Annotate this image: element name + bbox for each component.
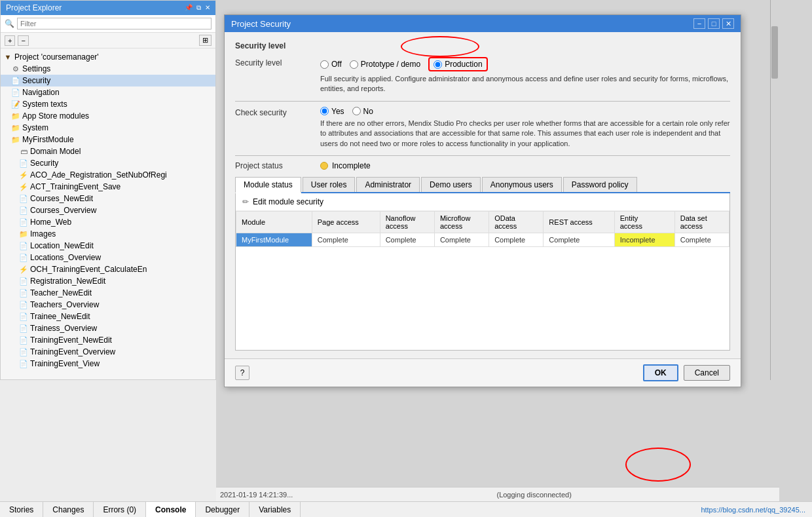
- module-tab-demo-users[interactable]: Demo users: [421, 177, 481, 192]
- bottom-tab-variables[interactable]: Variables: [249, 502, 301, 517]
- check-security-label: Check security: [235, 107, 320, 117]
- registration-newedit-label: Registration_NewEdit: [30, 277, 105, 286]
- tree-item-mod-security[interactable]: 📄Security: [1, 157, 215, 169]
- tree-item-app-store[interactable]: 📁App Store modules: [1, 110, 215, 122]
- module-tab-administrator[interactable]: Administrator: [356, 177, 420, 192]
- tree-item-act-training[interactable]: ⚡ACT_TrainingEvent_Save: [1, 181, 215, 193]
- radio-off[interactable]: Off: [320, 60, 342, 69]
- table-cell-7: Complete: [674, 233, 729, 246]
- settings-icon: ⚙: [11, 65, 20, 73]
- tree-item-domain-model[interactable]: 🗃Domain Model: [1, 145, 215, 157]
- tree-item-images[interactable]: 📁Images: [1, 228, 215, 240]
- dialog-title: Project Security: [231, 19, 291, 29]
- module-tab-user-roles[interactable]: User roles: [303, 177, 356, 192]
- bottom-tab-errors[interactable]: Errors (0): [94, 502, 146, 517]
- production-description: Full security is applied. Configure admi…: [320, 74, 730, 94]
- settings-label: Settings: [22, 64, 50, 73]
- status-dot: [320, 162, 328, 170]
- explorer-title: Project Explorer: [6, 3, 62, 12]
- check-security-row: Check security Yes No If there are no ot…: [235, 107, 730, 149]
- myfirst-module-label: MyFirstModule: [22, 135, 74, 144]
- navigation-icon: 📄: [11, 88, 20, 97]
- tree-item-trainingevent-view[interactable]: 📄TrainingEvent_View: [1, 358, 215, 370]
- project-explorer: Project Explorer 📌 ⧉ ✕ 🔍 + − ⊞ ▼Project …: [0, 0, 216, 380]
- minimize-button[interactable]: −: [693, 18, 705, 29]
- trainingevent-view-icon: 📄: [19, 360, 28, 368]
- module-tab-anonymous-users[interactable]: Anonymous users: [482, 177, 562, 192]
- radio-production[interactable]: Production: [428, 57, 487, 71]
- table-cell-0: MyFirstModule: [236, 233, 312, 246]
- radio-prototype[interactable]: Prototype / demo: [350, 60, 420, 69]
- maximize-button[interactable]: □: [708, 18, 720, 29]
- module-tab-module-status[interactable]: Module status: [235, 177, 301, 193]
- tree-item-security[interactable]: 📄Security: [1, 75, 215, 86]
- bottom-right-link[interactable]: https://blog.csdn.net/qq_39245...: [694, 504, 812, 516]
- tree-item-system-texts[interactable]: 📝System texts: [1, 98, 215, 110]
- cancel-button[interactable]: Cancel: [684, 365, 730, 381]
- module-tab-password-policy[interactable]: Password policy: [563, 177, 637, 192]
- sync-button[interactable]: ⊞: [199, 35, 212, 46]
- radio-no[interactable]: No: [352, 107, 373, 116]
- radio-yes-input[interactable]: [320, 107, 329, 115]
- bottom-tab-changes[interactable]: Changes: [43, 502, 94, 517]
- help-button[interactable]: ?: [235, 366, 249, 380]
- bottom-tab-stories[interactable]: Stories: [0, 502, 43, 517]
- th-dataset: Data setaccess: [674, 211, 729, 233]
- radio-yes[interactable]: Yes: [320, 107, 344, 116]
- float-icon[interactable]: ⧉: [196, 4, 201, 12]
- radio-production-input[interactable]: [434, 60, 442, 69]
- filter-bar: 🔍: [1, 15, 215, 33]
- project-root-icon: ▼: [3, 53, 12, 61]
- radio-no-label: No: [363, 107, 373, 116]
- radio-prototype-label: Prototype / demo: [361, 60, 420, 69]
- tree-item-myfirst-module[interactable]: 📁MyFirstModule: [1, 134, 215, 145]
- radio-off-input[interactable]: [320, 60, 329, 69]
- tree-item-settings[interactable]: ⚙Settings: [1, 63, 215, 75]
- close-dialog-button[interactable]: ✕: [722, 18, 734, 29]
- system-icon: 📁: [11, 124, 20, 132]
- tree-item-courses-overview[interactable]: 📄Courses_Overview: [1, 204, 215, 216]
- collapse-all-button[interactable]: −: [18, 35, 28, 46]
- bottom-tab-bar: StoriesChangesErrors (0)ConsoleDebuggerV…: [0, 501, 812, 517]
- navigation-label: Navigation: [22, 88, 60, 97]
- tree-item-trainingevent-new[interactable]: 📄TrainingEvent_NewEdit: [1, 334, 215, 346]
- tree-item-trainingevent-overview[interactable]: 📄TrainingEvent_Overview: [1, 346, 215, 358]
- tree-item-courses-newedit[interactable]: 📄Courses_NewEdit: [1, 193, 215, 204]
- tree-item-location-newedit[interactable]: 📄Location_NewEdit: [1, 240, 215, 252]
- tree-item-project-root[interactable]: ▼Project 'coursemanager': [1, 51, 215, 63]
- security-level-label: Security level: [235, 57, 320, 67]
- table-cell-2: Complete: [380, 233, 434, 246]
- expand-all-button[interactable]: +: [5, 35, 15, 46]
- tree-item-navigation[interactable]: 📄Navigation: [1, 86, 215, 98]
- bottom-tab-debugger[interactable]: Debugger: [196, 502, 249, 517]
- tree-item-locations-overview[interactable]: 📄Locations_Overview: [1, 252, 215, 263]
- tree-item-och-training[interactable]: ⚡OCH_TrainingEvent_CalculateEn: [1, 263, 215, 275]
- och-training-label: OCH_TrainingEvent_CalculateEn: [30, 265, 147, 274]
- radio-prototype-input[interactable]: [350, 60, 358, 69]
- tree-view: ▼Project 'coursemanager'⚙Settings📄Securi…: [1, 48, 215, 375]
- tree-item-trainee-newedit[interactable]: 📄Trainee_NewEdit: [1, 311, 215, 322]
- tree-item-trainess-overview[interactable]: 📄Trainess_Overview: [1, 322, 215, 334]
- radio-yes-label: Yes: [331, 107, 344, 116]
- trainingevent-new-icon: 📄: [19, 336, 28, 345]
- ok-button[interactable]: OK: [643, 364, 678, 381]
- tree-item-system[interactable]: 📁System: [1, 122, 215, 134]
- tree-item-home-web[interactable]: 📄Home_Web: [1, 216, 215, 228]
- images-icon: 📁: [19, 230, 28, 239]
- close-icon[interactable]: ✕: [205, 4, 210, 12]
- pin-icon[interactable]: 📌: [185, 4, 193, 12]
- radio-no-input[interactable]: [352, 107, 361, 115]
- tree-item-registration-newedit[interactable]: 📄Registration_NewEdit: [1, 275, 215, 287]
- edit-module-security-label: Edit module security: [253, 197, 323, 206]
- filter-input[interactable]: [17, 18, 212, 29]
- tree-item-teacher-newedit[interactable]: 📄Teacher_NewEdit: [1, 287, 215, 299]
- table-body: MyFirstModuleCompleteCompleteCompleteCom…: [236, 233, 729, 246]
- right-scrollbar[interactable]: [770, 0, 778, 380]
- courses-newedit-label: Courses_NewEdit: [30, 194, 93, 203]
- bottom-tab-console[interactable]: Console: [146, 502, 196, 517]
- table-row[interactable]: MyFirstModuleCompleteCompleteCompleteCom…: [236, 233, 729, 246]
- dialog-body: Security level Security level Off Protot…: [225, 32, 741, 358]
- tree-item-teachers-overview[interactable]: 📄Teachers_Overview: [1, 299, 215, 311]
- teacher-newedit-label: Teacher_NewEdit: [30, 288, 92, 297]
- tree-item-aco-ade[interactable]: ⚡ACO_Ade_Registration_SetNubOfRegi: [1, 169, 215, 181]
